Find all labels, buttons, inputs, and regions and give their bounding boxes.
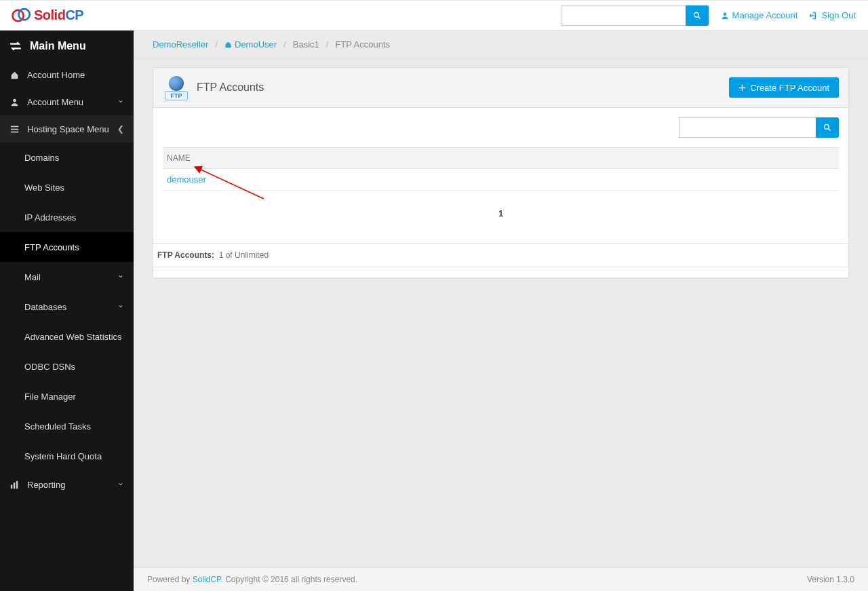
svg-line-3 bbox=[698, 16, 700, 18]
version-text: Version 1.3.0 bbox=[807, 575, 854, 584]
sidebar: Main Menu Account Home Account Menu Host… bbox=[0, 31, 134, 591]
footer-text: Powered by SolidCP. Copyright © 2016 all… bbox=[147, 575, 357, 584]
chevron-down-icon bbox=[117, 272, 124, 282]
nav-web-sites[interactable]: Web Sites bbox=[0, 172, 134, 202]
svg-rect-7 bbox=[10, 128, 18, 130]
nav-label: Hosting Space Menu bbox=[27, 124, 109, 134]
main-content: DemoReseller / DemoUser / Basic1 / FTP A… bbox=[134, 31, 868, 591]
svg-rect-10 bbox=[13, 482, 14, 489]
nav-label: Domains bbox=[24, 153, 59, 163]
global-search-button[interactable] bbox=[686, 5, 709, 26]
panel-search-button[interactable] bbox=[816, 117, 839, 138]
svg-rect-6 bbox=[10, 126, 18, 127]
col-name: NAME bbox=[163, 148, 839, 169]
nav-ftp-accounts[interactable]: FTP Accounts bbox=[0, 232, 134, 262]
list-icon bbox=[9, 125, 19, 134]
ftp-accounts-table: NAME demouser bbox=[163, 147, 839, 191]
top-bar: SolidCP Manage Account Sign Out bbox=[0, 0, 868, 31]
nav-hosting-space-menu[interactable]: Hosting Space Menu bbox=[0, 115, 134, 142]
search-icon bbox=[823, 123, 831, 132]
nav-odbc-dsns[interactable]: ODBC DSNs bbox=[0, 351, 134, 381]
panel-search-input[interactable] bbox=[679, 117, 816, 138]
nav-label: IP Addresses bbox=[24, 212, 76, 223]
logo-text: SolidCP bbox=[34, 7, 83, 23]
nav-ip-addresses[interactable]: IP Addresses bbox=[0, 202, 134, 232]
table-row: demouser bbox=[163, 169, 839, 191]
svg-point-4 bbox=[723, 12, 726, 16]
bar-chart-icon bbox=[9, 480, 19, 489]
nav-label: Account Home bbox=[27, 70, 85, 80]
main-menu-header: Main Menu bbox=[0, 31, 134, 61]
pagination: 1 bbox=[163, 191, 839, 233]
chevron-left-icon bbox=[117, 124, 124, 134]
home-icon bbox=[9, 71, 19, 79]
nav-file-manager[interactable]: File Manager bbox=[0, 381, 134, 411]
home-icon bbox=[224, 41, 232, 48]
create-ftp-account-button[interactable]: Create FTP Account bbox=[729, 77, 839, 98]
nav-label: Databases bbox=[24, 302, 66, 312]
svg-point-5 bbox=[13, 98, 16, 102]
breadcrumb-separator: / bbox=[326, 39, 329, 50]
chevron-down-icon bbox=[117, 302, 124, 311]
panel-title: FTP Accounts bbox=[197, 81, 264, 94]
ftp-accounts-panel: FTP FTP Accounts Create FTP Account bbox=[153, 67, 849, 278]
exchange-icon bbox=[9, 40, 22, 52]
ftp-account-link[interactable]: demouser bbox=[167, 174, 206, 185]
breadcrumb: DemoReseller / DemoUser / Basic1 / FTP A… bbox=[134, 31, 868, 59]
nav-label: FTP Accounts bbox=[24, 242, 79, 252]
global-search-input[interactable] bbox=[561, 5, 686, 26]
nav-reporting[interactable]: Reporting bbox=[0, 471, 134, 498]
sign-out-link[interactable]: Sign Out bbox=[810, 10, 856, 20]
nav-scheduled-tasks[interactable]: Scheduled Tasks bbox=[0, 411, 134, 441]
nav-databases[interactable]: Databases bbox=[0, 292, 134, 322]
quota-value: 1 of Unlimited bbox=[219, 250, 269, 260]
crumb-basic1: Basic1 bbox=[293, 39, 319, 50]
search-icon bbox=[693, 12, 701, 20]
svg-point-12 bbox=[825, 125, 829, 130]
logo-icon bbox=[9, 5, 34, 26]
ftp-icon: FTP bbox=[163, 75, 190, 100]
breadcrumb-separator: / bbox=[283, 39, 286, 50]
global-search bbox=[561, 5, 709, 26]
footer-solidcp-link[interactable]: SolidCP bbox=[193, 575, 221, 584]
nav-label: Advanced Web Statistics bbox=[24, 332, 122, 342]
nav-label: Web Sites bbox=[24, 183, 64, 193]
crumb-ftp-accounts: FTP Accounts bbox=[335, 39, 390, 50]
svg-rect-8 bbox=[10, 131, 18, 132]
nav-label: Account Menu bbox=[27, 97, 83, 107]
logo[interactable]: SolidCP bbox=[9, 5, 83, 26]
svg-point-2 bbox=[694, 12, 698, 17]
crumb-demoreseller[interactable]: DemoReseller bbox=[153, 39, 208, 50]
nav-domains[interactable]: Domains bbox=[0, 142, 134, 172]
svg-rect-9 bbox=[10, 484, 12, 489]
nav-label: System Hard Quota bbox=[24, 451, 102, 461]
panel-search bbox=[163, 117, 839, 138]
manage-account-link[interactable]: Manage Account bbox=[721, 10, 798, 20]
nav-label: Reporting bbox=[27, 480, 65, 490]
nav-label: Scheduled Tasks bbox=[24, 421, 91, 432]
chevron-down-icon bbox=[117, 97, 124, 107]
breadcrumb-separator: / bbox=[215, 39, 218, 50]
nav-account-home[interactable]: Account Home bbox=[0, 61, 134, 88]
svg-rect-11 bbox=[16, 480, 17, 488]
plus-icon bbox=[738, 84, 746, 92]
panel-tail bbox=[153, 267, 848, 278]
footer: Powered by SolidCP. Copyright © 2016 all… bbox=[134, 567, 868, 591]
sign-out-icon bbox=[810, 12, 818, 20]
user-icon bbox=[9, 98, 19, 107]
nav-account-menu[interactable]: Account Menu bbox=[0, 88, 134, 115]
nav-label: ODBC DSNs bbox=[24, 362, 75, 372]
nav-advanced-web-statistics[interactable]: Advanced Web Statistics bbox=[0, 322, 134, 351]
svg-line-13 bbox=[829, 129, 831, 131]
quota-row: FTP Accounts: 1 of Unlimited bbox=[153, 243, 848, 267]
panel-header: FTP FTP Accounts Create FTP Account bbox=[153, 68, 848, 108]
nav-label: Mail bbox=[24, 272, 41, 282]
nav-mail[interactable]: Mail bbox=[0, 262, 134, 292]
user-icon bbox=[721, 12, 729, 20]
nav-system-hard-quota[interactable]: System Hard Quota bbox=[0, 441, 134, 471]
hosting-space-submenu: Domains Web Sites IP Addresses FTP Accou… bbox=[0, 142, 134, 471]
nav-label: File Manager bbox=[24, 392, 76, 402]
page-number[interactable]: 1 bbox=[498, 208, 503, 218]
crumb-demouser[interactable]: DemoUser bbox=[224, 39, 277, 50]
chevron-down-icon bbox=[117, 480, 124, 489]
